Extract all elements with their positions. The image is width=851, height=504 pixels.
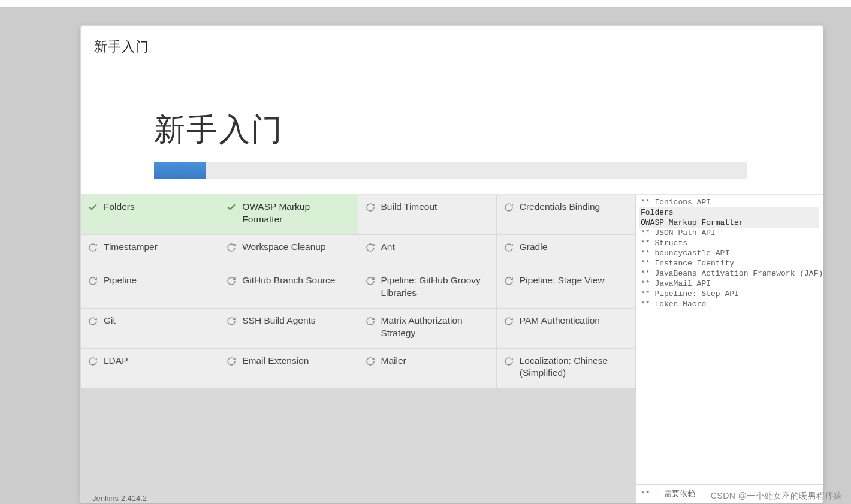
plugin-cell: Ant (358, 235, 497, 268)
grid-empty-area (81, 388, 636, 503)
spinner-icon (504, 201, 514, 215)
plugin-label: LDAP (104, 355, 128, 367)
plugin-label: Pipeline: Stage View (520, 274, 605, 287)
plugin-cell: Timestamper (81, 235, 219, 268)
plugin-cell: Pipeline (81, 268, 219, 309)
log-line: OWASP Markup Formatter (639, 218, 819, 228)
progress-bar-track (154, 162, 747, 179)
log-line: ** Token Macro (639, 299, 819, 309)
content-area: FoldersOWASP Markup FormatterBuild Timeo… (81, 195, 823, 503)
plugin-label: Timestamper (104, 241, 158, 253)
watermark: CSDN @一个处女座的暖男程序猿 (711, 491, 843, 502)
check-icon (88, 201, 98, 215)
spinner-icon (504, 274, 514, 288)
plugin-label: Folders (104, 201, 135, 213)
spinner-icon (366, 315, 375, 328)
spinner-icon (88, 315, 98, 328)
browser-top-bar (0, 0, 851, 7)
plugin-cell: GitHub Branch Source (219, 268, 358, 309)
spinner-icon (366, 201, 375, 215)
install-log-panel: ** Ionicons APIFoldersOWASP Markup Forma… (636, 195, 823, 503)
plugin-label: Matrix Authorization Strategy (381, 315, 489, 340)
log-line: ** Ionicons API (639, 197, 819, 207)
plugin-label: GitHub Branch Source (242, 274, 335, 287)
plugin-cell: Build Timeout (358, 195, 497, 235)
jenkins-version: Jenkins 2.414.2 (92, 494, 147, 503)
plugin-cell: Localization: Chinese (Simplified) (497, 349, 635, 389)
check-icon (227, 201, 236, 215)
plugin-label: SSH Build Agents (242, 315, 315, 327)
log-body: ** Ionicons APIFoldersOWASP Markup Forma… (636, 195, 823, 484)
plugin-grid: FoldersOWASP Markup FormatterBuild Timeo… (81, 195, 636, 388)
plugin-cell: Email Extension (219, 349, 358, 389)
spinner-icon (227, 274, 236, 288)
hero-title: 新手入门 (154, 109, 750, 151)
plugin-label: Pipeline (104, 274, 137, 287)
setup-wizard-modal: 新手入门 新手入门 FoldersOWASP Markup FormatterB… (80, 25, 823, 503)
log-line: ** Instance Identity (639, 258, 819, 268)
plugin-cell: Git (81, 309, 219, 349)
plugin-cell: Gradle (497, 235, 635, 268)
spinner-icon (227, 241, 236, 255)
plugin-label: OWASP Markup Formatter (242, 201, 350, 226)
plugin-cell: Credentials Binding (497, 195, 635, 235)
spinner-icon (227, 315, 236, 328)
spinner-icon (88, 241, 98, 255)
plugin-cell: LDAP (81, 349, 219, 389)
log-line: ** bouncycastle API (639, 248, 819, 258)
spinner-icon (366, 241, 375, 255)
plugin-cell: Pipeline: Stage View (497, 268, 635, 309)
progress-bar-fill (154, 162, 206, 179)
plugin-cell: Workspace Cleanup (219, 235, 358, 268)
spinner-icon (88, 355, 98, 369)
plugin-label: Git (104, 315, 116, 327)
plugin-label: Email Extension (242, 355, 309, 367)
spinner-icon (366, 355, 375, 369)
spinner-icon (504, 315, 514, 328)
plugin-cell: SSH Build Agents (219, 309, 358, 349)
plugin-cell: Pipeline: GitHub Groovy Libraries (358, 268, 497, 309)
plugin-label: Pipeline: GitHub Groovy Libraries (381, 274, 489, 300)
spinner-icon (88, 274, 98, 288)
plugin-label: Gradle (520, 241, 548, 253)
hero-section: 新手入门 (81, 67, 823, 195)
plugin-cell: Matrix Authorization Strategy (358, 309, 497, 349)
plugin-label: Localization: Chinese (Simplified) (520, 355, 628, 380)
modal-title: 新手入门 (81, 26, 823, 67)
plugin-label: Build Timeout (381, 201, 437, 213)
plugin-cell: Mailer (358, 349, 497, 389)
log-line: ** JSON Path API (639, 228, 819, 238)
plugin-label: Ant (381, 241, 395, 253)
spinner-icon (366, 274, 375, 288)
log-line: ** Pipeline: Step API (639, 289, 819, 299)
plugin-label: Credentials Binding (520, 201, 600, 213)
plugin-cell: OWASP Markup Formatter (219, 195, 358, 235)
spinner-icon (227, 355, 236, 369)
log-line: Folders (639, 207, 819, 218)
log-line: ** JavaBeans Activation Framework (JAF) … (639, 268, 819, 279)
plugin-cell: Folders (81, 195, 219, 235)
plugin-label: PAM Authentication (520, 315, 600, 327)
log-line: ** Structs (639, 238, 819, 248)
plugin-cell: PAM Authentication (497, 309, 635, 349)
spinner-icon (504, 241, 514, 255)
spinner-icon (504, 355, 514, 369)
plugin-label: Workspace Cleanup (242, 241, 325, 253)
log-line: ** JavaMail API (639, 279, 819, 289)
plugin-label: Mailer (381, 355, 406, 367)
